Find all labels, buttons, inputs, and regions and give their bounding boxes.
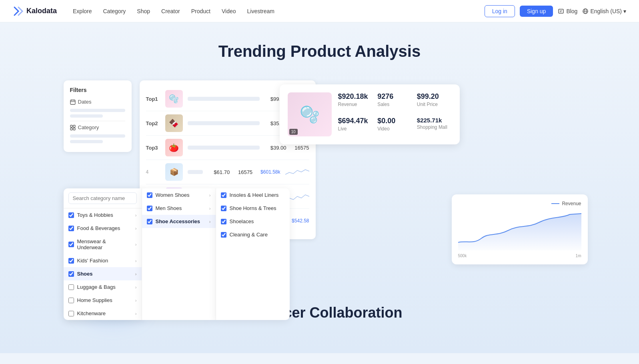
dates-filter[interactable]: Dates [70,99,125,105]
chevron-right-icon: › [209,219,211,224]
table-row[interactable]: 4 📦 $61.70 16575 $601.58k [146,160,309,184]
shoe-horns-checkbox[interactable] [221,206,226,211]
nav-category[interactable]: Category [103,8,126,14]
chevron-right-icon: › [135,285,137,290]
category-item-label: Shoes [77,271,93,277]
product-image: 📦 [165,163,183,181]
kitchenware-checkbox[interactable] [68,311,74,316]
category-item-luggage[interactable]: Luggage & Bags › [64,280,142,294]
svg-rect-10 [70,125,72,127]
revenue-value: $920.18k [338,92,373,101]
shoelaces-checkbox[interactable] [221,219,226,224]
chevron-right-icon: › [135,272,137,276]
women-shoes-checkbox[interactable] [147,192,152,198]
product-name-bar [188,146,260,150]
chart-legend: Revenue [458,201,581,206]
rank-label: Top3 [146,145,160,151]
cleaning-checkbox[interactable] [221,232,226,238]
category-item-shoe-accessories[interactable]: Shoe Accessories › [142,215,216,228]
product-sales: 16575 [291,145,309,151]
category-item-label: Shoe Accessories [156,218,200,224]
unit-price-value: $99.20 [417,92,452,101]
video-stat: $0.00 Video [377,117,412,136]
product-sales: 16575 [234,169,252,175]
food-checkbox[interactable] [68,226,74,231]
svg-rect-12 [70,128,72,130]
category-panel-1: Toys & Hobbies › Food & Beverages › Mens… [64,188,142,320]
product-price: $61.70 [208,169,230,175]
sparkline-chart [285,166,309,178]
nav-explore[interactable]: Explore [73,8,92,14]
revenue-chart: Revenue 500k 1m [452,194,588,264]
category-item-shoe-horns[interactable]: Shoe Horns & Trees [216,202,290,215]
grid-icon [70,125,76,130]
toys-checkbox[interactable] [68,212,74,218]
product-price: $39.00 [264,145,286,151]
revenue-chart-svg [458,210,581,250]
rank-label: 4 [146,169,160,175]
nav-right: Log in Sign up Blog English (US) ▾ [485,5,626,17]
category-item-menswear[interactable]: Menswear & Underwear › [64,235,142,254]
category-item-label: Luggage & Bags [77,284,116,290]
chevron-right-icon: › [135,242,137,247]
language-selector[interactable]: English (US) ▾ [582,8,626,14]
category-item-insoles[interactable]: Insoles & Heel Liners [216,188,290,202]
category-item-women-shoes[interactable]: Women Shoes › [142,188,216,202]
men-shoes-checkbox[interactable] [147,206,152,211]
nav-livestream[interactable]: Livestream [247,8,274,14]
category-item-home[interactable]: Home Supplies › [64,294,142,307]
blog-link[interactable]: Blog [558,8,577,14]
category-dropdown: Toys & Hobbies › Food & Beverages › Mens… [64,188,290,320]
chart-y-label: 500k [458,254,467,258]
chevron-right-icon: › [135,226,137,231]
category-item-shoelaces[interactable]: Shoelaces [216,215,290,228]
category-filter[interactable]: Category [70,124,125,130]
logo[interactable]: Kalodata [13,6,57,17]
nav-product[interactable]: Product [191,8,210,14]
luggage-checkbox[interactable] [68,284,74,290]
legend-label: Revenue [562,201,581,206]
rank-label: Top2 [146,120,160,126]
kids-checkbox[interactable] [68,258,74,264]
sales-label: Sales [377,102,412,107]
sales-stat: 9276 Sales [377,92,412,112]
category-search-input[interactable] [68,192,137,204]
dates-label: Dates [78,99,92,105]
insoles-checkbox[interactable] [221,192,226,198]
home-checkbox[interactable] [68,298,74,303]
login-button[interactable]: Log in [485,5,515,17]
hero-title: Trending Product Analysis [0,42,639,60]
category-item-label: Insoles & Heel Liners [230,192,279,198]
shoes-checkbox[interactable] [68,271,74,277]
blog-icon [558,8,564,14]
category-item-toys[interactable]: Toys & Hobbies › [64,208,142,222]
signup-button[interactable]: Sign up [520,6,553,17]
category-item-label: Kitchenware [77,310,106,316]
chevron-down-icon: ▾ [623,8,626,14]
chevron-right-icon: › [135,213,137,218]
category-item-kids[interactable]: Kids' Fashion › [64,254,142,267]
unit-price-label: Unit Price [417,102,452,107]
svg-rect-6 [70,100,75,104]
chevron-right-icon: › [135,258,137,263]
product-image: 🍅 [165,139,183,156]
shopping-mall-stat: $225.71k Shopping Mall [417,117,452,136]
card-product-image: 🫧 10 [288,92,332,136]
category-item-kitchenware[interactable]: Kitchenware › [64,307,142,320]
category-panel-2: Women Shoes › Men Shoes › Shoe Accessori… [142,188,216,320]
nav-creator[interactable]: Creator [161,8,180,14]
category-item-shoes[interactable]: Shoes › [64,267,142,280]
category-item-men-shoes[interactable]: Men Shoes › [142,202,216,215]
menswear-checkbox[interactable] [68,242,74,247]
card-badge: 10 [289,129,298,135]
product-name-bar [188,170,203,174]
nav-video[interactable]: Video [222,8,236,14]
category-label: Category [78,124,99,130]
lang-label: English (US) [590,8,622,14]
shoe-accessories-checkbox[interactable] [147,219,152,224]
category-item-label: Menswear & Underwear [77,238,132,250]
chevron-right-icon: › [209,206,211,211]
nav-shop[interactable]: Shop [137,8,150,14]
category-item-cleaning[interactable]: Cleaning & Care [216,228,290,241]
category-item-food[interactable]: Food & Beverages › [64,222,142,235]
